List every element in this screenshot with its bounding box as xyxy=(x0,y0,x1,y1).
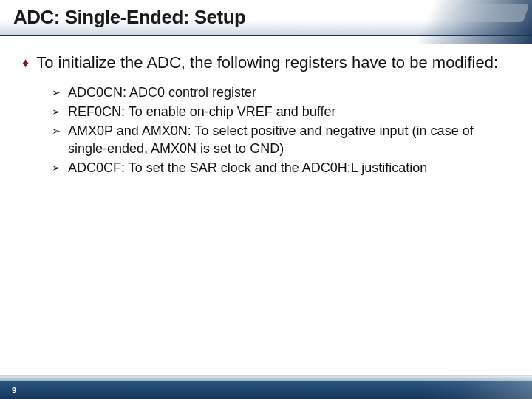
list-item-text: REF0CN: To enable on-chip VREF and buffe… xyxy=(68,103,336,120)
slide: ADC: Single-Ended: Setup ♦ To initialize… xyxy=(0,0,532,399)
list-item: ➢ ADC0CN: ADC0 control register xyxy=(52,83,511,101)
footer-bar xyxy=(0,380,532,399)
register-list: ➢ ADC0CN: ADC0 control register ➢ REF0CN… xyxy=(21,83,511,177)
arrow-bullet-icon: ➢ xyxy=(52,122,62,140)
list-item-text: AMX0P and AMX0N: To select positive and … xyxy=(68,122,511,157)
arrow-bullet-icon: ➢ xyxy=(52,83,62,101)
page-number: 9 xyxy=(12,386,16,395)
title-bar: ADC: Single-Ended: Setup xyxy=(0,0,532,36)
list-item: ➢ AMX0P and AMX0N: To select positive an… xyxy=(52,122,511,157)
footer-decoration xyxy=(399,375,532,399)
arrow-bullet-icon: ➢ xyxy=(52,159,62,177)
intro-text: To initialize the ADC, the following reg… xyxy=(36,52,498,73)
list-item: ➢ ADC0CF: To set the SAR clock and the A… xyxy=(52,159,511,177)
diamond-bullet-icon: ♦ xyxy=(22,52,29,73)
content-area: ♦ To initialize the ADC, the following r… xyxy=(0,36,532,177)
slide-title: ADC: Single-Ended: Setup xyxy=(13,6,532,29)
intro-row: ♦ To initialize the ADC, the following r… xyxy=(21,52,511,73)
list-item-text: ADC0CF: To set the SAR clock and the ADC… xyxy=(68,159,427,177)
arrow-bullet-icon: ➢ xyxy=(52,103,62,120)
list-item: ➢ REF0CN: To enable on-chip VREF and buf… xyxy=(52,103,511,120)
list-item-text: ADC0CN: ADC0 control register xyxy=(68,83,256,101)
